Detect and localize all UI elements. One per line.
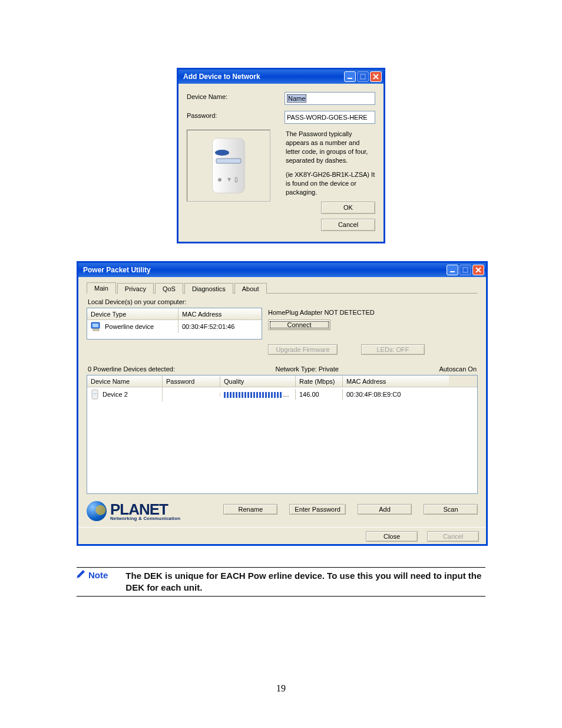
password-hint-2: (ie XK8Y-GH26-BR1K-LZSA) It is found on … — [286, 170, 375, 197]
close-icon[interactable] — [370, 71, 382, 82]
col-quality[interactable]: Quality — [220, 375, 296, 387]
local-devices-list[interactable]: Device Type MAC Address Powerline devi — [87, 308, 262, 340]
password-hint-1: The Password typically appears as a numb… — [286, 130, 375, 164]
cancel-button[interactable]: Cancel — [321, 219, 375, 231]
col-mac-address[interactable]: MAC Address — [178, 308, 261, 319]
adapter-status: HomePlug Adapter NOT DETECTED — [268, 309, 478, 316]
device-image — [187, 130, 270, 202]
page-number: 19 — [0, 683, 562, 694]
rename-button[interactable]: Rename — [223, 504, 277, 515]
note-text: The DEK is unique for EACH Pow erline de… — [125, 570, 485, 594]
local-device-row[interactable]: Powerline device 00:30:4F:52:01:46 — [87, 320, 262, 333]
adapter-icon — [91, 389, 99, 400]
remote-devices-list[interactable]: Device Name Password Quality Rate (Mbps)… — [87, 375, 478, 494]
tab-main[interactable]: Main — [87, 282, 116, 294]
password-input[interactable]: PASS-WORD-GOES-HERE — [285, 111, 375, 124]
enter-password-button[interactable]: Enter Password — [289, 504, 346, 515]
close-icon[interactable] — [472, 265, 484, 275]
svg-rect-8 — [463, 268, 468, 272]
remote-device-row[interactable]: Device 2 … 146.00 00:30:4F:08:E9:C0 — [87, 387, 477, 401]
computer-icon — [91, 322, 101, 331]
col-password[interactable]: Password — [163, 375, 220, 387]
tab-privacy[interactable]: Privacy — [117, 283, 154, 294]
svg-rect-11 — [93, 329, 99, 331]
svg-point-4 — [215, 150, 229, 156]
planet-logo: PLANET Networking & Communication — [87, 498, 180, 521]
col-device-name[interactable]: Device Name — [87, 375, 163, 387]
globe-icon — [87, 501, 107, 521]
svg-rect-0 — [348, 78, 352, 79]
minimize-icon[interactable] — [447, 265, 458, 275]
add-device-dialog: Add Device to Network Device Name: Name … — [177, 68, 385, 243]
network-type-label: Network Type: Private — [275, 365, 338, 373]
autoscan-label: Autoscan On — [439, 365, 477, 373]
add-device-title: Add Device to Network — [183, 73, 260, 81]
ppu-titlebar[interactable]: Power Packet Utility — [78, 263, 486, 277]
pencil-icon — [77, 570, 86, 578]
tab-diagnostics[interactable]: Diagnostics — [184, 283, 233, 294]
col-device-type[interactable]: Device Type — [87, 308, 178, 319]
minimize-icon[interactable] — [344, 71, 356, 82]
scan-button[interactable]: Scan — [424, 504, 478, 515]
svg-rect-13 — [93, 393, 97, 394]
device-name-input[interactable]: Name — [285, 92, 375, 105]
devices-detected-label: 0 Powerline Devices detected: — [88, 365, 175, 373]
connect-button[interactable]: Connect — [268, 319, 330, 330]
svg-rect-5 — [216, 159, 241, 163]
leds-button: LEDs: OFF — [361, 344, 425, 355]
svg-rect-10 — [92, 324, 98, 327]
cancel-button: Cancel — [427, 531, 479, 542]
maximize-icon — [459, 265, 471, 275]
tab-qos[interactable]: QoS — [155, 283, 183, 294]
close-button[interactable]: Close — [366, 531, 418, 542]
ok-button[interactable]: OK — [321, 202, 375, 214]
upgrade-firmware-button: Upgrade Firmware — [268, 344, 338, 355]
tab-bar: Main Privacy QoS Diagnostics About — [87, 282, 478, 294]
svg-point-6 — [218, 178, 222, 182]
svg-rect-3 — [213, 139, 244, 193]
add-button[interactable]: Add — [358, 504, 412, 515]
note-label-text: Note — [88, 570, 108, 580]
device-name-label: Device Name: — [187, 92, 285, 100]
add-device-titlebar[interactable]: Add Device to Network — [178, 70, 384, 84]
local-devices-label: Local Device(s) on your computer: — [88, 298, 478, 305]
quality-bar-icon — [224, 392, 283, 398]
svg-rect-1 — [361, 74, 365, 79]
ppu-title: Power Packet Utility — [83, 266, 151, 274]
note-block: Note The DEK is unique for EACH Pow erli… — [77, 567, 485, 597]
tab-about[interactable]: About — [234, 283, 267, 294]
power-packet-utility-window: Power Packet Utility Main Privacy QoS Di… — [77, 261, 488, 546]
maximize-icon — [357, 71, 369, 82]
password-label: Password: — [187, 111, 285, 119]
col-mac[interactable]: MAC Address — [343, 375, 449, 387]
svg-rect-7 — [450, 271, 455, 272]
col-rate[interactable]: Rate (Mbps) — [296, 375, 343, 387]
